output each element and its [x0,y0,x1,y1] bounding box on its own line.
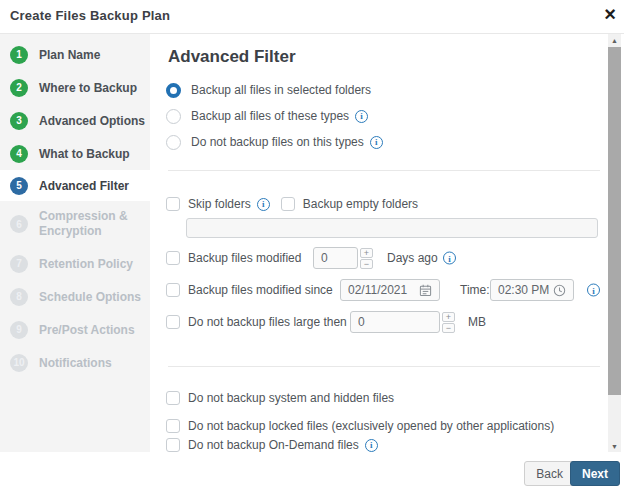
sidebar-item-label: Compression & Encryption [39,209,134,239]
info-icon[interactable]: i [355,110,368,123]
divider [168,366,600,367]
checkbox-label[interactable]: Backup empty folders [303,197,418,211]
days-ago-label: Days ago [387,251,438,265]
size-input-group: + − [350,311,455,333]
sidebar-item-where-to-backup[interactable]: 2 Where to Backup [0,71,150,104]
step-number-badge: 9 [10,321,28,339]
modified-days-row: Backup files modified + − Days ago i [150,247,600,269]
sidebar-item-notifications: 10 Notifications [0,346,150,379]
time-label: Time: [460,283,490,297]
number-spinner: + − [360,248,373,269]
radio-label[interactable]: Backup all files of these types [191,109,349,123]
wizard-sidebar: 1 Plan Name 2 Where to Backup 3 Advanced… [0,34,150,452]
date-input[interactable]: 02/11/2021 [340,279,440,301]
advanced-filter-panel: Advanced Filter Backup all files in sele… [150,34,608,452]
date-value: 02/11/2021 [348,283,407,297]
step-number-badge: 6 [10,215,28,233]
next-button[interactable]: Next [570,461,620,486]
checkbox-label[interactable]: Backup files modified [188,251,301,265]
modified-since-row: Backup files modified since 02/11/2021 T… [150,279,600,301]
sidebar-item-label: Advanced Filter [39,179,129,193]
radio-label[interactable]: Do not backup files on this types [191,135,364,149]
size-input[interactable] [350,311,440,333]
skip-folders-input[interactable] [186,218,598,238]
info-icon[interactable]: i [365,439,378,452]
calendar-icon [419,284,432,297]
sidebar-item-label: Advanced Options [39,114,145,128]
step-number-badge: 7 [10,255,28,273]
sidebar-item-what-to-backup[interactable]: 4 What to Backup [0,137,150,170]
sidebar-item-label: Where to Backup [39,81,137,95]
days-input[interactable] [313,247,358,269]
dialog-title: Create Files Backup Plan [10,8,170,23]
radio-row-backup-all: Backup all files in selected folders [150,79,600,101]
days-input-group: + − [313,247,373,269]
step-number-badge: 3 [10,112,28,130]
do-not-backup-system-checkbox[interactable] [166,391,180,405]
step-number-badge: 2 [10,79,28,97]
radio-do-not-backup-types[interactable] [166,135,181,150]
sidebar-item-label: Plan Name [39,48,100,62]
step-number-badge: 1 [10,46,28,64]
info-icon[interactable]: i [443,252,456,265]
spinner-up-icon[interactable]: + [442,312,455,322]
checkbox-label[interactable]: Skip folders [188,197,251,211]
dialog-header: Create Files Backup Plan × [0,0,624,34]
sidebar-item-label: Schedule Options [39,290,141,304]
large-files-row: Do not backup files large then + − MB [150,311,600,333]
scroll-down-icon[interactable]: ▼ [608,440,621,452]
sidebar-item-plan-name[interactable]: 1 Plan Name [0,38,150,71]
sidebar-item-advanced-filter[interactable]: 5 Advanced Filter [0,170,150,201]
vertical-scrollbar[interactable]: ▲ ▼ [608,34,621,452]
spinner-up-icon[interactable]: + [360,248,373,258]
backup-files-modified-since-checkbox[interactable] [166,283,180,297]
dialog-footer: Back Next [0,452,624,489]
divider [168,170,600,171]
scrollbar-thumb[interactable] [608,47,621,395]
step-number-badge: 10 [10,354,28,372]
sidebar-item-advanced-options[interactable]: 3 Advanced Options [0,104,150,137]
sidebar-item-label: Retention Policy [39,257,133,271]
do-not-backup-locked-checkbox[interactable] [166,419,180,433]
backup-empty-folders-checkbox[interactable] [281,197,295,211]
info-icon[interactable]: i [257,198,270,211]
back-button[interactable]: Back [524,461,575,486]
spinner-down-icon[interactable]: − [442,323,455,333]
step-number-badge: 8 [10,288,28,306]
checkbox-label[interactable]: Backup files modified since [188,283,333,297]
radio-backup-all-files[interactable] [166,83,181,98]
radio-backup-these-types[interactable] [166,109,181,124]
close-icon[interactable]: × [604,1,616,27]
info-icon[interactable]: i [587,284,600,297]
sidebar-item-pre-post-actions: 9 Pre/Post Actions [0,313,150,346]
radio-row-backup-types: Backup all files of these types i [150,105,600,127]
time-input[interactable]: 02:30 PM [490,279,574,301]
skip-folders-row: Skip folders i Backup empty folders [150,193,600,215]
time-value: 02:30 PM [498,283,549,297]
checkbox-label[interactable]: Do not backup system and hidden files [188,391,394,405]
step-number-badge: 4 [10,145,28,163]
backup-files-modified-checkbox[interactable] [166,251,180,265]
sidebar-item-schedule-options: 8 Schedule Options [0,280,150,313]
radio-label[interactable]: Backup all files in selected folders [191,83,371,97]
sidebar-item-compression-encryption: 6 Compression & Encryption [0,201,150,247]
system-hidden-row: Do not backup system and hidden files [150,387,600,409]
sidebar-item-label: What to Backup [39,147,130,161]
info-icon[interactable]: i [370,136,383,149]
spinner-down-icon[interactable]: − [360,259,373,269]
number-spinner: + − [442,312,455,333]
do-not-backup-large-checkbox[interactable] [166,315,180,329]
sidebar-item-label: Notifications [39,356,112,370]
mb-label: MB [468,315,486,329]
on-demand-row: Do not backup On-Demand files i [150,434,600,452]
skip-folders-checkbox[interactable] [166,197,180,211]
page-title: Advanced Filter [168,47,296,67]
checkbox-label[interactable]: Do not backup locked files (exclusively … [188,419,554,433]
checkbox-label[interactable]: Do not backup files large then [188,315,347,329]
sidebar-item-label: Pre/Post Actions [39,323,135,337]
scroll-up-icon[interactable]: ▲ [608,34,621,46]
radio-row-exclude-types: Do not backup files on this types i [150,131,600,153]
checkbox-label[interactable]: Do not backup On-Demand files [188,438,359,452]
step-number-badge: 5 [10,177,28,195]
do-not-backup-on-demand-checkbox[interactable] [166,438,180,452]
